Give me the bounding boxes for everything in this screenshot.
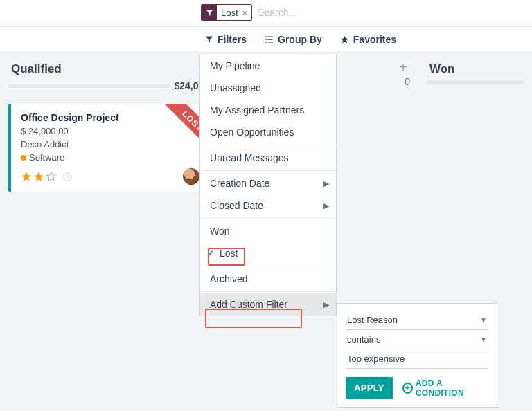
column-title: Won bbox=[429, 62, 455, 76]
card-amount: $ 24,000.00 bbox=[21, 126, 200, 136]
funnel-icon bbox=[202, 5, 217, 20]
tag-dot-icon bbox=[21, 155, 26, 161]
separator bbox=[200, 218, 336, 219]
plus-circle-icon: + bbox=[402, 383, 413, 394]
filter-open-opportunities[interactable]: Open Opportunities bbox=[200, 121, 336, 143]
tab-favorites-label: Favorites bbox=[353, 34, 396, 45]
separator bbox=[200, 291, 336, 292]
caret-down-icon: ▼ bbox=[480, 316, 487, 324]
custom-filter-value[interactable]: Too expensive bbox=[346, 349, 488, 369]
search-bar: Lost × bbox=[0, 0, 532, 27]
kanban-column-qualified: Qualified + $24,000 LOST Office Design P… bbox=[8, 61, 209, 192]
column-amount: 0 bbox=[405, 76, 410, 87]
filter-archived[interactable]: Archived bbox=[200, 268, 336, 290]
column-progress-bar bbox=[8, 84, 170, 88]
filter-my-assigned-partners[interactable]: My Assigned Partners bbox=[200, 99, 336, 121]
filter-unassigned[interactable]: Unassigned bbox=[200, 77, 336, 99]
separator bbox=[200, 266, 336, 266]
chevron-right-icon: ▶ bbox=[323, 179, 329, 188]
filter-creation-date[interactable]: Creation Date▶ bbox=[200, 172, 336, 194]
add-card-button[interactable]: + bbox=[399, 62, 407, 72]
card-company: Deco Addict bbox=[21, 139, 200, 149]
apply-button[interactable]: APPLY bbox=[346, 377, 393, 399]
filter-my-pipeline[interactable]: My Pipeline bbox=[200, 55, 336, 77]
filter-add-custom[interactable]: Add Custom Filter▶ bbox=[200, 293, 336, 316]
card-tag: Software bbox=[21, 152, 200, 163]
filters-dropdown: My Pipeline Unassigned My Assigned Partn… bbox=[200, 55, 337, 316]
filter-won[interactable]: Won bbox=[200, 220, 336, 242]
search-input[interactable] bbox=[258, 7, 396, 18]
active-filter-label: Lost bbox=[217, 6, 242, 19]
kanban-column-middle: + 0 bbox=[332, 61, 410, 87]
tab-groupby[interactable]: Group By bbox=[265, 34, 322, 45]
custom-filter-panel: Lost Reason ▼ contains ▼ Too expensive A… bbox=[337, 303, 497, 408]
check-icon: ✔ bbox=[207, 248, 214, 258]
remove-filter-icon[interactable]: × bbox=[242, 8, 252, 18]
tab-groupby-label: Group By bbox=[278, 34, 322, 45]
kanban-column-won: Won bbox=[427, 61, 524, 84]
priority-stars[interactable] bbox=[21, 171, 73, 182]
opportunity-card[interactable]: LOST Office Design Project $ 24,000.00 D… bbox=[8, 104, 209, 192]
filter-lost[interactable]: ✔Lost bbox=[200, 242, 336, 264]
salesperson-avatar[interactable] bbox=[183, 168, 200, 185]
filter-closed-date[interactable]: Closed Date▶ bbox=[200, 194, 336, 217]
caret-down-icon: ▼ bbox=[480, 336, 487, 343]
separator bbox=[200, 145, 336, 145]
add-condition-button[interactable]: + ADD A CONDITION bbox=[402, 378, 488, 398]
tab-filters[interactable]: Filters bbox=[205, 34, 247, 45]
tab-filters-label: Filters bbox=[218, 34, 247, 45]
active-filter-chip[interactable]: Lost × bbox=[201, 4, 252, 21]
chevron-right-icon: ▶ bbox=[323, 300, 329, 309]
tab-favorites[interactable]: Favorites bbox=[340, 34, 396, 45]
custom-filter-operator[interactable]: contains ▼ bbox=[346, 330, 488, 349]
column-title: Qualified bbox=[11, 62, 62, 76]
filter-tabs: Filters Group By Favorites My Pipeline U… bbox=[0, 27, 532, 53]
chevron-right-icon: ▶ bbox=[323, 201, 329, 210]
separator bbox=[200, 170, 336, 171]
column-progress-bar bbox=[427, 80, 524, 84]
card-title: Office Design Project bbox=[21, 112, 200, 123]
filter-unread-messages[interactable]: Unread Messages bbox=[200, 147, 336, 169]
custom-filter-field[interactable]: Lost Reason ▼ bbox=[346, 311, 488, 330]
clock-icon[interactable] bbox=[62, 172, 73, 182]
